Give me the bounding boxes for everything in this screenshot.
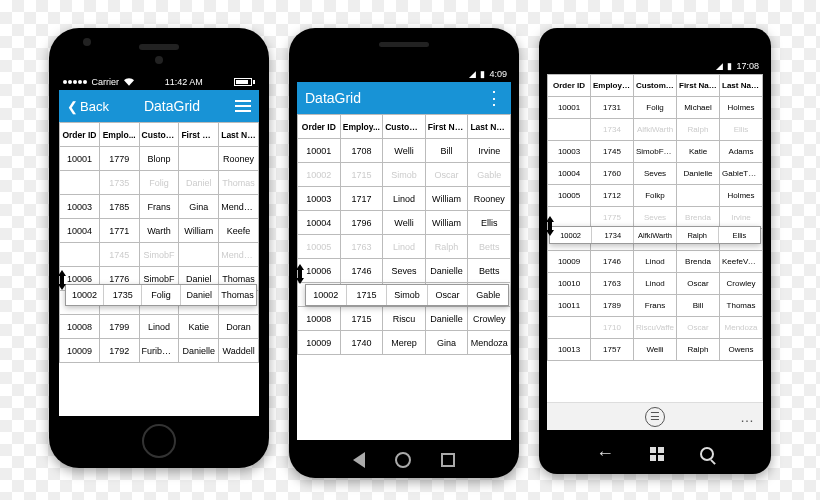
table-row[interactable]: 100051712FolkpHolmes (548, 185, 763, 207)
recents-button[interactable] (441, 453, 455, 467)
table-row[interactable]: 100041760SevesDanielleGableThomas (548, 163, 763, 185)
table-cell: Oscar (677, 273, 720, 295)
table-cell: Mendoza (219, 195, 259, 219)
table-row[interactable]: 100011779BlonpRooney (60, 147, 259, 171)
table-row[interactable]: 100101763LinodOscarCrowley (548, 273, 763, 295)
col-last-name[interactable]: Last Na... (468, 115, 511, 139)
data-grid[interactable]: 10002 1734 AlfkiWarth Ralph Ellis Order … (547, 74, 763, 430)
data-grid[interactable]: 10002 1715 Simob Oscar Gable Order ID Em… (297, 114, 511, 440)
table-cell (548, 317, 591, 339)
col-customer-id[interactable]: Custom... (383, 115, 426, 139)
table-row[interactable]: 100061746SevesDanielleBetts (298, 259, 511, 283)
table-cell: Bill (677, 295, 720, 317)
home-button[interactable] (142, 424, 176, 458)
table-cell: Folig (634, 97, 677, 119)
ios-status-bar: Carrier 11:42 AM (59, 74, 259, 90)
dragging-row[interactable]: 10002 1734 AlfkiWarth Ralph Ellis (549, 226, 761, 244)
header-row: Order ID Employee ID Customer ID First N… (548, 75, 763, 97)
hamburger-menu-icon[interactable] (235, 100, 251, 112)
table-cell: 1796 (340, 211, 383, 235)
col-employee-id[interactable]: Employ... (340, 115, 383, 139)
table-cell: Frans (139, 195, 179, 219)
table-row[interactable]: 100011708WelliBillIrvine (298, 139, 511, 163)
table-cell: 10013 (548, 339, 591, 361)
table-cell: Welli (383, 211, 426, 235)
dragging-row[interactable]: 10002 1735 Folig Daniel Thomas (65, 284, 257, 306)
col-employee-id[interactable]: Employee ID (591, 75, 634, 97)
overflow-menu-icon[interactable]: ⋮ (485, 87, 503, 109)
table-cell: Linod (139, 315, 179, 339)
back-button[interactable]: ❮Back (67, 99, 109, 114)
table-row[interactable]: 1735FoligDanielThomas (60, 171, 259, 195)
table-row[interactable]: 100051763LinodRalphBetts (298, 235, 511, 259)
col-customer-id[interactable]: Customer ID (634, 75, 677, 97)
table-cell: Welli (634, 339, 677, 361)
table-cell: 10006 (298, 259, 341, 283)
battery-icon: ▮ (727, 61, 732, 71)
col-order-id[interactable]: Order ID (298, 115, 341, 139)
col-last-name[interactable]: Last Name (720, 75, 763, 97)
cell-first-name: Ralph (677, 227, 719, 243)
table-row[interactable]: 100091746LinodBrendaKeefeVargas (548, 251, 763, 273)
table-row[interactable]: 1734AlfkiWarthRalphEllis (548, 119, 763, 141)
table-cell: Adams (720, 141, 763, 163)
data-grid[interactable]: 10002 1735 Folig Daniel Thomas Order ID … (59, 122, 259, 416)
table-row[interactable]: 100081799LinodKatieDoran (60, 315, 259, 339)
col-first-name[interactable]: First Na... (179, 123, 219, 147)
table-cell: 1708 (340, 139, 383, 163)
col-employee-id[interactable]: Emplo... (99, 123, 139, 147)
table-cell: 10003 (298, 187, 341, 211)
table-row[interactable]: 100091792FuribFolkoDanielleWaddell (60, 339, 259, 363)
home-button[interactable] (650, 447, 664, 461)
table-cell: Bill (425, 139, 468, 163)
table-cell: Danielle (179, 339, 219, 363)
search-button[interactable] (700, 447, 714, 461)
table-cell (179, 243, 219, 267)
table-row[interactable]: 100081715RiscuDanielleCrowley (298, 307, 511, 331)
table-cell: Gable (468, 163, 511, 187)
table-row[interactable]: 100041796WelliWilliamEllis (298, 211, 511, 235)
col-first-name[interactable]: First Name (677, 75, 720, 97)
home-button[interactable] (395, 452, 411, 468)
back-button[interactable]: ← (596, 443, 614, 464)
cell-first-name: Oscar (428, 285, 469, 305)
table-cell: 1715 (340, 307, 383, 331)
grid-table: Order ID Employee ID Customer ID First N… (547, 74, 763, 361)
cell-customer-id: Folig (142, 285, 180, 305)
col-first-name[interactable]: First Na... (425, 115, 468, 139)
table-row[interactable]: 100031717LinodWilliamRooney (298, 187, 511, 211)
col-order-id[interactable]: Order ID (548, 75, 591, 97)
clock-label: 4:09 (489, 69, 507, 79)
table-row[interactable]: 100091740MerepGinaMendoza (298, 331, 511, 355)
table-row[interactable]: 100031745SimobFransWKatieAdams (548, 141, 763, 163)
table-row[interactable]: 100031785FransGinaMendoza (60, 195, 259, 219)
table-cell: 1715 (340, 163, 383, 187)
wp-device-frame: ◢ ▮ 17:08 10002 1734 AlfkiWarth Ralph El… (539, 28, 771, 474)
table-row[interactable]: 1710RiscuVaffeOscarMendoza (548, 317, 763, 339)
table-cell: 1746 (591, 251, 634, 273)
table-row[interactable]: 100131757WelliRalphOwens (548, 339, 763, 361)
col-order-id[interactable]: Order ID (60, 123, 100, 147)
col-last-name[interactable]: Last Na... (219, 123, 259, 147)
table-row[interactable]: 100021715SimobOscarGable (298, 163, 511, 187)
more-menu-icon[interactable]: … (740, 409, 755, 425)
table-cell: Holmes (720, 97, 763, 119)
table-row[interactable]: 100111789FransBillThomas (548, 295, 763, 317)
back-button[interactable] (353, 452, 365, 468)
table-cell: 10001 (548, 97, 591, 119)
table-cell: Oscar (425, 163, 468, 187)
col-customer-id[interactable]: Custom... (139, 123, 179, 147)
table-cell: Ralph (677, 119, 720, 141)
list-view-button[interactable]: ☰ (645, 407, 665, 427)
cell-last-name: Thomas (219, 285, 256, 305)
table-row[interactable]: 100041771WarthWilliamKeefe (60, 219, 259, 243)
table-cell (548, 119, 591, 141)
table-row[interactable]: 100011731FoligMichaelHolmes (548, 97, 763, 119)
table-cell: Rooney (219, 147, 259, 171)
dragging-row[interactable]: 10002 1715 Simob Oscar Gable (305, 284, 509, 306)
table-cell: Oscar (677, 317, 720, 339)
table-cell (60, 171, 100, 195)
table-cell: Holmes (720, 185, 763, 207)
table-row[interactable]: 1745SimobFMendoza (60, 243, 259, 267)
table-cell: William (425, 187, 468, 211)
